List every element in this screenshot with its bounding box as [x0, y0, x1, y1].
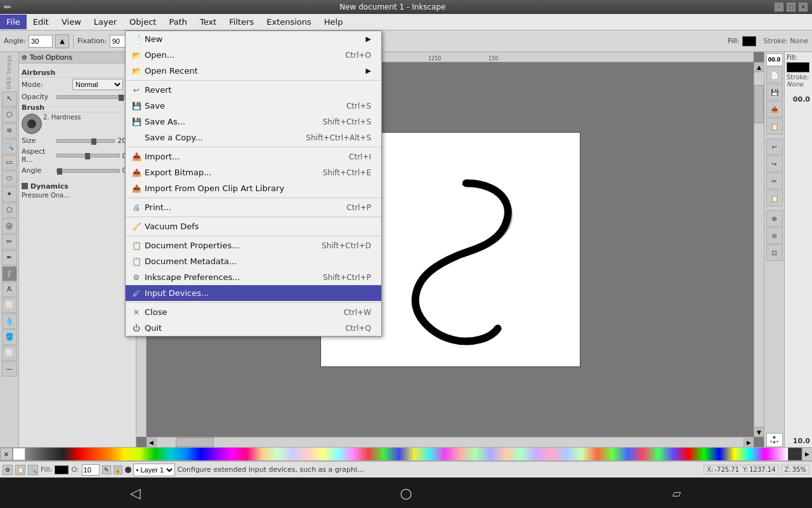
- angle-tool-track[interactable]: [56, 169, 120, 173]
- vscrollbar[interactable]: ▲ ▼: [754, 62, 764, 437]
- palette-colors[interactable]: [25, 448, 788, 460]
- right-icon-2[interactable]: 💾: [766, 84, 783, 100]
- angle-tool-thumb[interactable]: [57, 168, 62, 175]
- right-icon-4[interactable]: 📋: [766, 118, 783, 135]
- right-icon-3[interactable]: 📤: [766, 101, 783, 117]
- vscroll-up-btn[interactable]: ▲: [754, 62, 764, 72]
- status-opacity-input[interactable]: [82, 464, 100, 476]
- tool-gradient[interactable]: ⬜: [2, 298, 17, 313]
- menu-item-save-copy[interactable]: Save a Copy... Shift+Ctrl+Alt+S: [126, 130, 381, 145]
- close-window-button[interactable]: ✕: [798, 2, 808, 12]
- menu-item-doc-meta[interactable]: 📋 Document Metadata...: [126, 253, 381, 269]
- menu-file[interactable]: File: [0, 15, 27, 29]
- menu-item-open[interactable]: 📂 Open... Ctrl+O: [126, 47, 381, 63]
- angle-up-btn[interactable]: ▲: [55, 34, 69, 48]
- window-controls[interactable]: – □ ✕: [774, 2, 808, 12]
- fill-swatch-right[interactable]: [787, 62, 809, 72]
- vscroll-track[interactable]: [754, 72, 764, 427]
- right-icon-1[interactable]: 📄: [766, 67, 783, 83]
- palette-gradient-end[interactable]: [788, 448, 802, 460]
- menu-item-export[interactable]: 📤 Export Bitmap... Shift+Ctrl+E: [126, 164, 381, 180]
- menu-edit[interactable]: Edit: [27, 15, 55, 29]
- status-icon-1[interactable]: ⚙: [3, 465, 13, 475]
- tool-connector[interactable]: —: [2, 361, 17, 377]
- maximize-button[interactable]: □: [786, 2, 796, 12]
- menu-item-input-devices[interactable]: 🖊 Input Devices...: [126, 285, 381, 301]
- palette-white[interactable]: [13, 448, 25, 460]
- vscroll-down-btn[interactable]: ▼: [754, 427, 764, 437]
- tool-calligraphy[interactable]: ∫: [2, 266, 17, 281]
- menu-item-quit[interactable]: ⏻ Quit Ctrl+Q: [126, 320, 381, 336]
- hscrollbar[interactable]: ◀ ▶: [147, 437, 754, 447]
- opacity-track[interactable]: [56, 95, 126, 99]
- mode-select[interactable]: Normal: [72, 79, 123, 90]
- menu-item-doc-props[interactable]: 📋 Document Properties... Shift+Ctrl+D: [126, 237, 381, 253]
- right-icon-zoom-out[interactable]: ⊖: [766, 227, 783, 244]
- angle-input[interactable]: [29, 35, 53, 48]
- opacity-thumb[interactable]: [119, 95, 124, 101]
- menu-item-vacuum[interactable]: 🧹 Vacuum Defs: [126, 218, 381, 234]
- recent-button[interactable]: ▱: [658, 481, 696, 504]
- tool-node[interactable]: ⬡: [2, 107, 17, 123]
- back-button[interactable]: ◁: [116, 481, 154, 504]
- menu-item-prefs[interactable]: ⚙ Inkscape Preferences... Shift+Ctrl+P: [126, 269, 381, 285]
- menu-item-revert[interactable]: ↩ Revert: [126, 82, 381, 98]
- tool-selector[interactable]: ↖: [2, 91, 17, 107]
- hscroll-left-btn[interactable]: ◀: [147, 438, 157, 447]
- menu-item-close[interactable]: ✕ Close Ctrl+W: [126, 304, 381, 320]
- menu-help[interactable]: Help: [318, 15, 350, 29]
- vscroll-thumb[interactable]: [754, 85, 764, 123]
- home-button[interactable]: ○: [387, 481, 425, 504]
- aspect-thumb[interactable]: [85, 153, 90, 159]
- tool-ellipse[interactable]: ⬭: [2, 171, 17, 186]
- tool-3d[interactable]: ⬡: [2, 203, 17, 218]
- file-menu-dropdown[interactable]: 📄 New ▶ 📂 Open... Ctrl+O 📂 Open Recent ▶…: [125, 30, 382, 337]
- menu-item-save[interactable]: 💾 Save Ctrl+S: [126, 98, 381, 114]
- status-opacity-icon[interactable]: ✎: [102, 465, 111, 474]
- right-icon-fit[interactable]: ⊡: [766, 244, 783, 261]
- palette-close-btn[interactable]: ✕: [0, 448, 13, 460]
- menu-layer[interactable]: Layer: [88, 15, 123, 29]
- right-icon-8[interactable]: 📋: [766, 190, 783, 206]
- menu-view[interactable]: View: [55, 15, 88, 29]
- menu-item-save-as[interactable]: 💾 Save As... Shift+Ctrl+S: [126, 114, 381, 130]
- right-icon-7[interactable]: ✂: [766, 173, 783, 189]
- tool-paint[interactable]: 🪣: [2, 330, 17, 345]
- tool-text[interactable]: A: [2, 282, 17, 297]
- tool-eraser[interactable]: ⬜: [2, 345, 17, 361]
- menu-text[interactable]: Text: [193, 15, 223, 29]
- hscroll-thumb[interactable]: [176, 438, 214, 447]
- right-icon-zoom-in[interactable]: ⊕: [766, 210, 783, 227]
- menu-filters[interactable]: Filters: [223, 15, 260, 29]
- tool-spiral[interactable]: @: [2, 218, 17, 234]
- size-track[interactable]: [56, 139, 115, 143]
- layer-select[interactable]: • Layer 1: [133, 464, 175, 476]
- menu-item-open-recent[interactable]: 📂 Open Recent ▶: [126, 63, 381, 79]
- right-icon-5[interactable]: ↩: [766, 138, 783, 155]
- tool-pen[interactable]: ✒: [2, 250, 17, 265]
- right-icon-6[interactable]: ↪: [766, 156, 783, 172]
- hscroll-right-btn[interactable]: ▶: [743, 438, 754, 447]
- hscroll-track[interactable]: [157, 438, 743, 447]
- tool-dropper[interactable]: 💧: [2, 314, 17, 329]
- menu-item-new[interactable]: 📄 New ▶: [126, 31, 381, 47]
- aspect-track[interactable]: [56, 154, 120, 157]
- brush-preview[interactable]: [22, 114, 42, 134]
- menu-object[interactable]: Object: [123, 15, 162, 29]
- menu-path[interactable]: Path: [162, 15, 193, 29]
- status-icon-3[interactable]: 🔍: [28, 465, 38, 475]
- menu-extensions[interactable]: Extensions: [260, 15, 318, 29]
- tool-rect[interactable]: ▭: [2, 155, 17, 170]
- tool-zoom[interactable]: 🔍: [2, 139, 17, 154]
- menu-item-clip-art[interactable]: 📤 Import From Open Clip Art Library: [126, 180, 381, 196]
- menu-item-print[interactable]: 🖨 Print... Ctrl+P: [126, 199, 381, 215]
- palette-right-arrow[interactable]: ▶: [802, 448, 812, 460]
- status-lock-icon[interactable]: 🔒: [114, 465, 122, 474]
- status-fill-swatch[interactable]: [55, 465, 69, 474]
- minimize-button[interactable]: –: [774, 2, 784, 12]
- fill-swatch[interactable]: [742, 36, 756, 46]
- tool-star[interactable]: ✦: [2, 187, 17, 202]
- size-thumb[interactable]: [91, 138, 96, 145]
- tool-tweak[interactable]: ≋: [2, 123, 17, 138]
- status-icon-2[interactable]: 📋: [15, 465, 25, 475]
